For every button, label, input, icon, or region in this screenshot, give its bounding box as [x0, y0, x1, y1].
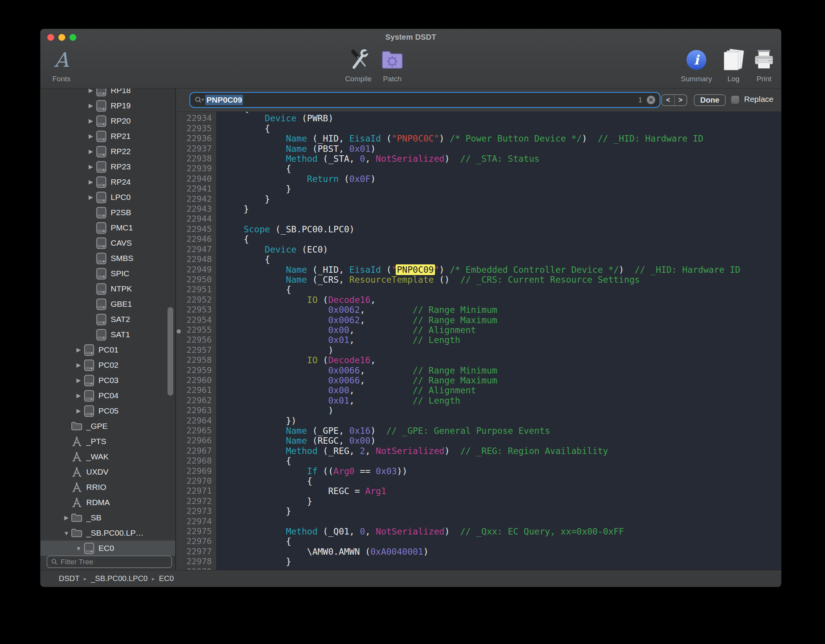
tree-item-smbs[interactable]: SMBS — [40, 251, 175, 266]
tree-item-label: RP23 — [111, 162, 131, 171]
tree-item-rp20[interactable]: ▶RP20 — [40, 113, 175, 129]
find-nav-segmented: < > — [661, 94, 687, 106]
tree-item-pc02[interactable]: ▶PC02 — [40, 357, 175, 373]
filter-tree-field[interactable]: Filter Tree — [47, 555, 172, 568]
device-icon — [83, 543, 95, 554]
disclosure-right-icon[interactable]: ▶ — [86, 179, 95, 185]
tree-item-label: _GPE — [86, 422, 108, 431]
tree-item-ec0[interactable]: ▼EC0 — [40, 541, 175, 556]
disclosure-right-icon[interactable]: ▶ — [62, 514, 71, 521]
device-icon — [95, 268, 107, 280]
tree-item-cavs[interactable]: CAVS — [40, 235, 175, 251]
tree-item-label: PC01 — [98, 345, 119, 354]
splitter-handle[interactable] — [177, 329, 181, 333]
disclosure-right-icon[interactable]: ▶ — [74, 407, 83, 414]
disclosure-right-icon[interactable]: ▶ — [86, 163, 95, 170]
tree-item-label: _PTS — [86, 437, 106, 446]
find-previous-button[interactable]: < — [662, 95, 675, 105]
tree-item-rp18[interactable]: ▶RP18 — [40, 89, 175, 98]
disclosure-right-icon[interactable]: ▶ — [86, 148, 95, 155]
device-icon — [83, 375, 95, 386]
tree-item-label: SAT2 — [111, 315, 130, 324]
tree-item-rdma[interactable]: RDMA — [40, 495, 175, 510]
code-text-area[interactable]: { Device (PWRB) { Name (_HID, EisaId ("P… — [217, 112, 781, 570]
tree-item-pc01[interactable]: ▶PC01 — [40, 342, 175, 357]
tree-item-rp19[interactable]: ▶RP19 — [40, 98, 175, 113]
disclosure-right-icon[interactable]: ▶ — [86, 89, 95, 94]
disclosure-down-icon[interactable]: ▼ — [74, 545, 83, 552]
tree-item-label: P2SB — [111, 208, 131, 217]
tree-item-label: _SB — [86, 513, 102, 522]
tree-item-gbe1[interactable]: GBE1 — [40, 296, 175, 312]
tree-item-rp22[interactable]: ▶RP22 — [40, 144, 175, 159]
tree-item-label: RP20 — [111, 116, 131, 126]
tree-item-label: _WAK — [86, 452, 109, 461]
search-query-text: PNP0C09 — [205, 95, 243, 105]
print-button[interactable]: Print — [743, 47, 781, 83]
device-icon — [83, 390, 95, 402]
disclosure-right-icon[interactable]: ▶ — [86, 133, 95, 140]
disclosure-down-icon[interactable]: ▼ — [62, 530, 71, 536]
disclosure-right-icon[interactable]: ▶ — [74, 392, 83, 399]
find-next-button[interactable]: > — [675, 95, 687, 105]
breadcrumb-item[interactable]: DSDT — [59, 574, 79, 583]
tree-item-sat2[interactable]: SAT2 — [40, 312, 175, 327]
tree-item-sat1[interactable]: SAT1 — [40, 327, 175, 342]
device-icon — [95, 298, 107, 310]
tree-item-pmc1[interactable]: PMC1 — [40, 220, 175, 235]
main-content: ▶RP18▶RP19▶RP20▶RP21▶RP22▶RP23▶RP24▶LPC0… — [40, 89, 781, 570]
disclosure-right-icon[interactable]: ▶ — [86, 102, 95, 109]
device-icon — [95, 314, 107, 325]
tree-item-rp21[interactable]: ▶RP21 — [40, 129, 175, 144]
device-icon — [95, 192, 107, 203]
tree-item-rrio[interactable]: RRIO — [40, 480, 175, 495]
done-button[interactable]: Done — [694, 94, 726, 106]
breadcrumb-item[interactable]: _SB.PC00.LPC0 — [91, 574, 148, 583]
tree-item-ntpk[interactable]: NTPK — [40, 281, 175, 296]
tree-item-rp23[interactable]: ▶RP23 — [40, 159, 175, 174]
sidebar-scrollbar-thumb[interactable] — [168, 307, 173, 396]
info-icon: i — [686, 50, 706, 70]
tree-item-pc03[interactable]: ▶PC03 — [40, 373, 175, 388]
tree-item-_sbpc00lp[interactable]: ▼_SB.PC00.LP… — [40, 525, 175, 541]
search-scope-icon[interactable] — [195, 96, 204, 104]
log-icon — [723, 49, 744, 71]
tree-item-_sb[interactable]: ▶_SB — [40, 510, 175, 525]
device-icon — [95, 176, 107, 188]
tree-item-pc04[interactable]: ▶PC04 — [40, 388, 175, 403]
tree-item-label: EC0 — [98, 544, 114, 553]
tree-item-uxdv[interactable]: UXDV — [40, 464, 175, 480]
tree-item-lpc0[interactable]: ▶LPC0 — [40, 190, 175, 205]
disclosure-right-icon[interactable]: ▶ — [86, 118, 95, 124]
tree-item-spic[interactable]: SPIC — [40, 266, 175, 281]
editor-pane: PNP0C09 1 ✕ < > Done Replace 22933 22934… — [176, 89, 781, 570]
method-icon — [71, 482, 82, 493]
line-number-gutter: 22933 22934 22935 22936 22937 22938 2293… — [176, 112, 217, 570]
tree-item-p2sb[interactable]: P2SB — [40, 205, 175, 220]
summary-button[interactable]: i Summary — [675, 47, 717, 83]
tree-item-_wak[interactable]: _WAK — [40, 449, 175, 464]
disclosure-right-icon[interactable]: ▶ — [74, 346, 83, 353]
clear-search-icon[interactable]: ✕ — [647, 96, 655, 104]
replace-checkbox[interactable] — [731, 96, 739, 104]
device-icon — [95, 253, 107, 264]
search-input[interactable]: PNP0C09 1 ✕ — [191, 93, 659, 106]
tree-item-pc05[interactable]: ▶PC05 — [40, 403, 175, 419]
disclosure-right-icon[interactable]: ▶ — [74, 362, 83, 369]
disclosure-right-icon[interactable]: ▶ — [74, 377, 83, 384]
breadcrumb: DSDT▸_SB.PC00.LPC0▸EC0 — [40, 570, 781, 587]
device-icon — [95, 161, 107, 173]
disclosure-right-icon[interactable]: ▶ — [86, 194, 95, 201]
title-bar: System DSDT A Fonts Compile — [40, 29, 781, 89]
compile-icon — [347, 47, 369, 72]
tree-item-rp24[interactable]: ▶RP24 — [40, 174, 175, 190]
fonts-button[interactable]: A Fonts — [40, 47, 82, 83]
tree-item-_pts[interactable]: _PTS — [40, 434, 175, 449]
folder-icon — [71, 513, 82, 522]
tree-item-label: PC05 — [98, 406, 119, 415]
patch-button[interactable]: Patch — [371, 47, 413, 83]
method-icon — [71, 451, 82, 462]
tree-item-_gpe[interactable]: _GPE — [40, 419, 175, 434]
tree-item-label: CAVS — [111, 238, 132, 248]
breadcrumb-item[interactable]: EC0 — [159, 574, 174, 583]
